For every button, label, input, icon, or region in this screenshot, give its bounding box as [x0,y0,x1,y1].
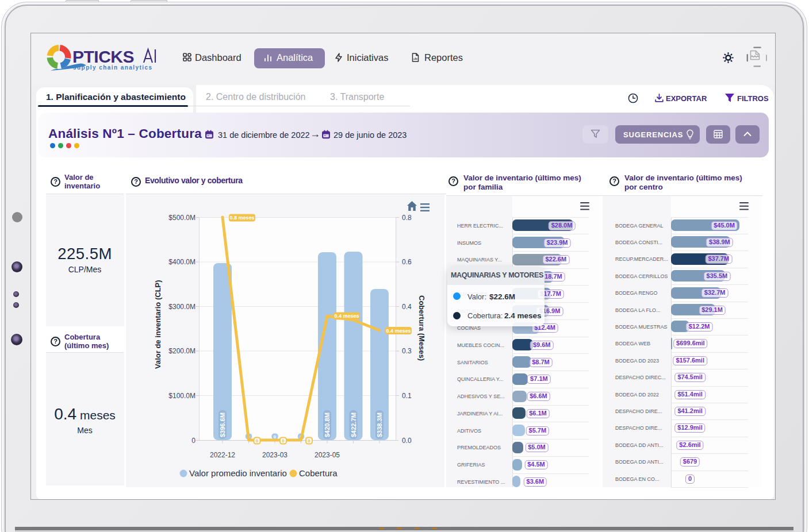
svg-text:$422.7M: $422.7M [350,413,357,437]
svg-text:0.0: 0.0 [402,437,412,445]
svg-text:$500.0M: $500.0M [168,214,195,222]
svg-text:supply chain analytics: supply chain analytics [73,64,153,71]
svg-text:0: 0 [274,434,277,440]
svg-text:Cobertura: Cobertura [299,468,338,478]
svg-text:2022-12: 2022-12 [210,451,235,459]
svg-text:PTICKS: PTICKS [72,47,134,66]
svg-text:$400.0M: $400.0M [168,258,195,266]
svg-text:Valor de inventario (CLP): Valor de inventario (CLP) [154,280,162,369]
svg-text:$420.8M: $420.8M [324,413,331,437]
svg-text:0.8 meses: 0.8 meses [229,215,254,221]
svg-text:0: 0 [282,438,285,444]
svg-text:0: 0 [191,437,195,445]
svg-text:$300.0M: $300.0M [168,303,195,311]
svg-text:2023-03: 2023-03 [262,451,287,459]
svg-text:0.4: 0.4 [402,303,412,311]
svg-text:0: 0 [308,438,310,444]
svg-text:0.1: 0.1 [402,392,412,400]
svg-text:2023-05: 2023-05 [315,451,340,459]
svg-text:$396.6M: $396.6M [219,413,226,437]
svg-text:$100.0M: $100.0M [168,392,195,400]
svg-text:$200.0M: $200.0M [168,347,195,355]
svg-text:0.6: 0.6 [402,258,412,266]
svg-text:0.3: 0.3 [402,347,412,355]
svg-text:0.8: 0.8 [402,214,412,222]
svg-text:0.4 meses: 0.4 meses [386,328,411,334]
svg-text:$338.3M: $338.3M [376,413,383,437]
svg-text:0.4 meses: 0.4 meses [334,313,359,319]
svg-text:Valor promedio inventario: Valor promedio inventario [189,468,287,478]
svg-text:0: 0 [256,438,259,444]
svg-text:Cobertura (Meses): Cobertura (Meses) [417,295,426,361]
